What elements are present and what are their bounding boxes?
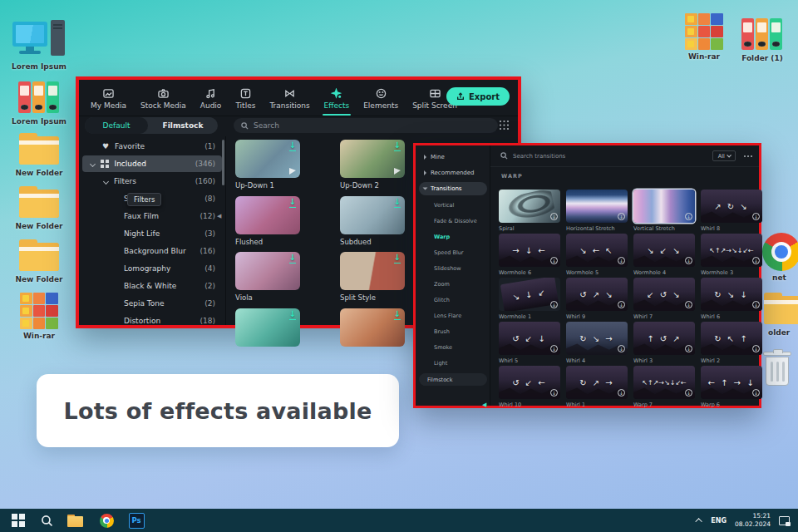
effect-item[interactable]: ↓ Subdued: [340, 196, 406, 246]
sidebar-item-included[interactable]: Included (346): [82, 155, 222, 172]
sidebar-item-distortion[interactable]: Distortion (18): [82, 313, 222, 329]
desktop-icon-binders[interactable]: Lorem Ipsum: [7, 80, 71, 126]
collapse-sidebar-icon[interactable]: ◀: [217, 213, 221, 219]
effect-item[interactable]: ↓ Viola: [235, 252, 302, 302]
desktop-icon-winrar[interactable]: Win-rar: [7, 293, 71, 340]
export-icon: [456, 92, 465, 101]
effect-item[interactable]: ↓ Flushed: [235, 196, 302, 246]
camera-icon: [158, 88, 169, 99]
sidebar-item-filmstock[interactable]: Filmstock: [419, 373, 487, 386]
transition-item[interactable]: ← ↑ → ↓↓ Warp 6: [701, 366, 764, 408]
sub-item-smoke[interactable]: Smoke: [434, 342, 452, 353]
sidebar-item-recommended[interactable]: Recommended: [419, 166, 487, 180]
sidebar-item-filters[interactable]: Filters (160): [82, 173, 222, 190]
download-icon: ↓: [685, 213, 692, 220]
tab-transitions[interactable]: Transitions: [269, 88, 309, 110]
transition-item[interactable]: ↗ ↻ ↘↓ Whirl 8: [701, 190, 764, 232]
transition-item[interactable]: ↓ Vertical Stretch: [633, 190, 697, 232]
sub-item-glitch[interactable]: Glitch: [434, 294, 450, 306]
chrome-button[interactable]: [96, 510, 116, 530]
source-toggle[interactable]: Default Filmstock: [85, 117, 218, 134]
sidebar-scrollbar[interactable]: [222, 140, 224, 185]
transitions-window: Mine Recommended Transitions Vertical Fa…: [413, 143, 761, 408]
desktop-icon-winrar[interactable]: Win-rar: [672, 13, 736, 61]
sidebar-item-night-life[interactable]: Night Life (3): [82, 225, 222, 242]
effect-item[interactable]: ↓ Up-Down 1: [235, 140, 302, 190]
transition-item[interactable]: ↓ Spiral: [499, 190, 562, 232]
export-button[interactable]: Export: [446, 87, 510, 106]
sidebar-item-lomography[interactable]: Lomography (4): [82, 260, 222, 277]
grid-view-icon[interactable]: [499, 120, 510, 131]
sidebar-item-favorite[interactable]: ♥ Favorite (1): [82, 138, 222, 155]
sub-item-warp[interactable]: Warp: [434, 231, 450, 243]
sub-item-brush[interactable]: Brush: [434, 326, 450, 337]
toggle-filmstock[interactable]: Filmstock: [148, 117, 218, 134]
desktop-icon-folder[interactable]: New Folder: [7, 239, 71, 283]
effect-item[interactable]: ↓: [340, 308, 406, 350]
desktop-icon-folder[interactable]: New Folder: [7, 186, 71, 230]
download-icon: ↓: [394, 141, 401, 150]
sidebar-item-sepia-tone[interactable]: Sepia Tone (2): [82, 295, 222, 312]
transition-item[interactable]: → ↓ ←↓ Wormhole 6: [499, 234, 562, 276]
sub-item-speed-blur[interactable]: Speed Blur: [434, 247, 464, 259]
tray-expand-icon[interactable]: [696, 518, 702, 525]
apply-icon: [394, 168, 401, 175]
search-input[interactable]: Search transitions: [513, 153, 565, 160]
transition-item[interactable]: ↓ Horizontal Stretch: [566, 190, 629, 232]
more-options-icon[interactable]: [744, 155, 752, 157]
effect-item[interactable]: ↓: [235, 308, 302, 350]
tab-stock-media[interactable]: Stock Media: [140, 88, 186, 110]
sidebar-item-black-white[interactable]: Black & White (2): [82, 278, 222, 294]
taskbar-search-button[interactable]: [37, 510, 57, 530]
sub-item-fade-dissolve[interactable]: Fade & Dissolve: [434, 215, 477, 227]
notification-icon[interactable]: [779, 516, 790, 525]
desktop-icon-binders[interactable]: Folder (1): [731, 17, 794, 62]
file-explorer-button[interactable]: [65, 510, 85, 530]
transition-item[interactable]: ↺ ↙ ←↓ Whirl 10: [499, 366, 562, 408]
photoshop-icon: Ps: [129, 513, 145, 529]
transition-item[interactable]: ↻ ↘ ↓↓ Whirl 6: [701, 278, 764, 320]
tab-titles[interactable]: Titles: [235, 88, 255, 110]
transition-item[interactable]: ↘ ↓ ↙↓ Wormhole 1: [499, 278, 562, 320]
sub-item-lens-flare[interactable]: Lens Flare: [434, 310, 461, 322]
sidebar-item-transitions[interactable]: Transitions: [419, 182, 487, 195]
transition-item[interactable]: ↺ ↙ ↓↓ Whirl 5: [499, 322, 562, 364]
folder-icon: [17, 186, 61, 219]
photoshop-button[interactable]: Ps: [126, 510, 146, 530]
transition-item[interactable]: ↑ ↺ ↗↓ Whirl 3: [633, 322, 697, 364]
tab-my-media[interactable]: My Media: [91, 88, 126, 110]
tab-audio[interactable]: Audio: [200, 88, 222, 110]
transition-item[interactable]: ↖↑↗→↘↓↙←↓ Wormhole 3: [701, 234, 764, 276]
transition-item[interactable]: ↻ ↖ ↑↓ Whirl 2: [701, 322, 764, 364]
filter-dropdown[interactable]: All: [712, 150, 736, 161]
transition-item[interactable]: ↖↑↗→↘↓↙←↓ Warp 7: [633, 366, 697, 408]
effect-item[interactable]: ↓ Split Style: [340, 252, 406, 302]
transition-item[interactable]: ↘ ↙ ↘↓ Wormhole 4: [633, 234, 697, 276]
transition-item[interactable]: ↙ ↺ ↘↓ Whirl 7: [633, 278, 697, 320]
clock[interactable]: 15:21 08.02.2024: [735, 512, 771, 529]
transition-item[interactable]: ↻ ↘ →↓ Whirl 4: [566, 322, 629, 364]
icon-label: Win-rar: [7, 332, 71, 340]
tab-effects[interactable]: Effects: [324, 88, 350, 110]
sidebar-item-mine[interactable]: Mine: [419, 150, 487, 164]
sub-item-vertical[interactable]: Vertical: [434, 200, 454, 211]
transition-item[interactable]: ↘ ← ↖↓ Wormhole 5: [566, 234, 629, 276]
sub-item-light[interactable]: Light: [434, 357, 447, 369]
sub-item-slideshow[interactable]: Slideshow: [434, 263, 461, 274]
language-indicator[interactable]: ENG: [711, 517, 727, 525]
taskbar: Ps ENG 15:21 08.02.2024: [0, 509, 798, 532]
start-button[interactable]: [8, 510, 28, 530]
sub-item-zoom[interactable]: Zoom: [434, 278, 450, 290]
desktop-icon-folder[interactable]: New Folder: [7, 133, 71, 177]
music-note-icon: [205, 88, 216, 99]
transition-item[interactable]: ↻ ↗ →↓ Whirl 1: [566, 366, 629, 408]
tab-elements[interactable]: Elements: [363, 88, 398, 110]
collapse-sidebar-icon[interactable]: ◀: [482, 401, 486, 408]
transition-item[interactable]: ↺ ↗ ↘↓ Whirl 9: [566, 278, 629, 320]
sidebar-item-background-blur[interactable]: Background Blur (16): [82, 243, 222, 259]
toggle-default[interactable]: Default: [85, 117, 148, 134]
search-input[interactable]: Search: [234, 118, 498, 133]
effect-item[interactable]: ↓ Up-Down 2: [340, 140, 406, 190]
desktop-icon-computer[interactable]: Lorem Ipsum: [7, 20, 71, 71]
sidebar-item-faux-film[interactable]: Faux Film (12): [82, 208, 222, 224]
